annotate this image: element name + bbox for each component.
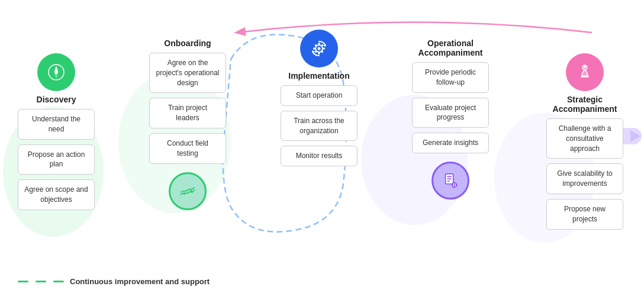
legend-dash xyxy=(18,281,64,282)
discovery-title: Discovery xyxy=(37,95,76,104)
card-impl-1: Train across the organization xyxy=(281,111,358,141)
svg-rect-15 xyxy=(313,48,315,50)
svg-rect-34 xyxy=(581,76,589,78)
card-discovery-1: Propose an action plan xyxy=(18,144,95,175)
card-op-0: Provide periodic follow-up xyxy=(412,62,489,93)
svg-point-35 xyxy=(584,66,586,68)
svg-rect-16 xyxy=(323,48,325,50)
implementation-icon xyxy=(300,30,338,67)
card-strat-2: Propose new projects xyxy=(546,199,623,230)
svg-rect-13 xyxy=(318,43,320,45)
card-impl-0: Start operation xyxy=(281,85,358,106)
svg-point-10 xyxy=(190,190,192,192)
discovery-icon xyxy=(37,53,75,91)
card-discovery-0: Understand the need xyxy=(18,109,95,140)
diagram-container: Discovery Understand the need Propose an… xyxy=(0,0,644,272)
operational-title: Operational Accompaniment xyxy=(406,38,495,57)
implementation-title: Implementation xyxy=(288,71,349,81)
card-strat-1: Give scalability to improvements xyxy=(546,163,623,194)
operational-sub-icon xyxy=(432,162,469,200)
svg-marker-7 xyxy=(54,66,58,71)
strategic-title: Strategic Accompaniment xyxy=(537,95,632,114)
legend: Continuous improvement and support xyxy=(0,272,644,291)
svg-rect-14 xyxy=(318,52,320,54)
svg-rect-30 xyxy=(454,186,455,188)
svg-point-12 xyxy=(318,47,321,50)
svg-rect-29 xyxy=(454,182,455,184)
card-op-2: Generate insights xyxy=(412,133,489,153)
phases-row: Discovery Understand the need Propose an… xyxy=(12,6,632,255)
card-op-1: Evaluate project progress xyxy=(412,98,489,128)
svg-point-28 xyxy=(453,184,455,186)
onboarding-sub-icon xyxy=(169,172,207,210)
card-impl-2: Monitor results xyxy=(281,146,358,166)
svg-point-6 xyxy=(54,70,58,74)
svg-rect-32 xyxy=(456,185,457,186)
phase-onboarding: Onboarding Agree on the project's operat… xyxy=(143,6,232,215)
card-strat-0: Challenge with a consultative approach xyxy=(546,118,623,159)
strategic-icon xyxy=(566,53,604,91)
card-discovery-2: Agree on scope and objectives xyxy=(18,179,95,210)
card-onboarding-1: Train project leaders xyxy=(149,98,226,128)
phase-discovery: Discovery Understand the need Propose an… xyxy=(12,6,101,215)
phase-implementation: Implementation Start operation Train acr… xyxy=(275,6,363,171)
phase-strategic: Strategic Accompaniment Challenge with a… xyxy=(537,6,632,234)
onboarding-title: Onboarding xyxy=(164,38,211,48)
svg-marker-8 xyxy=(54,73,58,79)
phase-operational: Operational Accompaniment Provide period… xyxy=(406,6,495,204)
card-onboarding-2: Conduct field testing xyxy=(149,133,226,164)
svg-point-9 xyxy=(183,192,186,194)
legend-text: Continuous improvement and support xyxy=(70,277,210,286)
card-onboarding-0: Agree on the project's operational desig… xyxy=(149,53,226,93)
svg-rect-31 xyxy=(452,185,453,186)
